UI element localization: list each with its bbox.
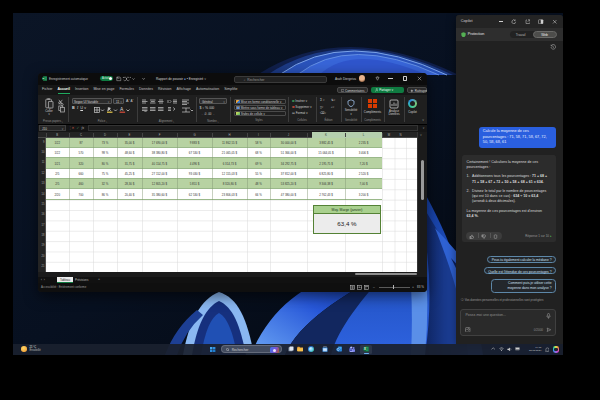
svg-text:A: A [120, 107, 124, 112]
svg-text:X: X [364, 347, 366, 351]
